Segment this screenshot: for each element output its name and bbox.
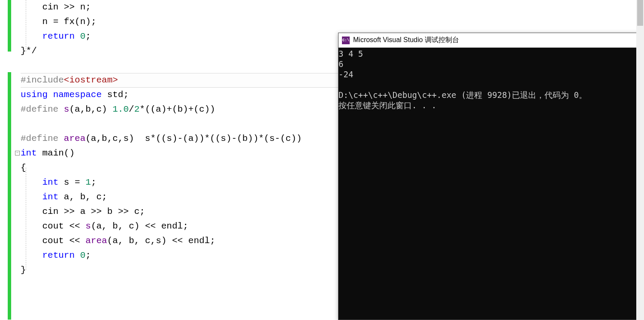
token-op: >>	[58, 2, 80, 12]
change-indicator	[8, 72, 11, 320]
code-line[interactable]: return 0;	[21, 248, 302, 263]
token-op	[58, 104, 64, 114]
code-line[interactable]: cin >> a >> b >> c;	[21, 204, 302, 219]
token-op: ,	[69, 192, 80, 202]
token-id: b	[107, 207, 113, 216]
change-indicator	[8, 0, 11, 52]
token-op: ,	[102, 221, 112, 231]
console-output[interactable]: 3 4 5 6 -24 D:\c++\c++\Debug\c++.exe (进程…	[339, 48, 644, 320]
token-op: ;	[102, 192, 107, 202]
token-op: ;	[210, 236, 215, 246]
token-op	[48, 90, 53, 100]
token-id: b	[129, 236, 134, 246]
token-op: =	[69, 177, 85, 187]
vertical-scrollbar[interactable]	[636, 0, 644, 320]
code-line[interactable]: n = fx(n);	[21, 15, 302, 29]
token-id: c	[134, 207, 140, 216]
token-op: <<	[64, 236, 85, 246]
token-type: int	[42, 177, 58, 187]
token-op: }	[21, 265, 26, 275]
code-line[interactable]: using namespace std;	[21, 88, 302, 102]
code-line[interactable]: #define s(a,b,c) 1.0/2*((a)+(b)+(c))	[21, 102, 302, 117]
code-line[interactable]: cout << s(a, b, c) << endl;	[21, 219, 302, 234]
code-line[interactable]: int a, b, c;	[21, 190, 302, 204]
code-line[interactable]	[21, 117, 302, 131]
token-op: ;	[123, 90, 129, 100]
token-op: >>	[58, 207, 80, 216]
code-line[interactable]: }*/	[21, 44, 302, 58]
code-line[interactable]: {	[21, 161, 302, 175]
scrollbar-thumb[interactable]	[637, 0, 643, 26]
token-op: (	[91, 221, 97, 231]
token-op	[58, 134, 64, 143]
token-id: c	[145, 236, 151, 246]
token-num: 0	[80, 250, 86, 260]
debug-console-window[interactable]: C:\ Microsoft Visual Studio 调试控制台 3 4 5 …	[338, 33, 644, 320]
token-id: cout	[42, 221, 63, 231]
code-line[interactable]: #define area(a,b,c,s) s*((s)-(a))*((s)-(…	[21, 131, 302, 146]
token-id: c	[97, 192, 102, 202]
token-fn: main	[42, 148, 63, 158]
token-id: b	[80, 192, 86, 202]
token-macro: s	[64, 104, 70, 114]
console-titlebar[interactable]: C:\ Microsoft Visual Studio 调试控制台	[339, 33, 644, 48]
token-id: a	[64, 192, 70, 202]
token-id: cout	[42, 236, 63, 246]
token-macro: area	[64, 134, 85, 143]
token-id: endl	[161, 221, 183, 231]
code-line[interactable]	[21, 58, 302, 73]
token-kw: namespace	[53, 90, 102, 100]
token-type: int	[42, 192, 58, 202]
token-id: s	[156, 236, 161, 246]
token-id: a	[112, 236, 118, 246]
token-op	[58, 177, 64, 187]
fold-toggle-icon[interactable]: −	[15, 151, 20, 155]
code-line[interactable]: #include<iostream>	[21, 73, 302, 88]
token-kw: using	[21, 90, 48, 100]
code-content[interactable]: cin >> n; n = fx(n); return 0;}*/#includ…	[21, 0, 302, 277]
code-line[interactable]: }	[21, 263, 302, 277]
token-op: ;	[139, 207, 145, 216]
code-line[interactable]: cout << area(a, b, c,s) << endl;	[21, 234, 302, 248]
token-op: /	[129, 104, 134, 114]
token-op	[75, 31, 80, 41]
token-op	[37, 148, 42, 158]
token-op: (	[107, 236, 113, 246]
token-num: 2	[134, 104, 140, 114]
token-num: 0	[80, 31, 86, 41]
code-line[interactable]: cin >> n;	[21, 0, 302, 15]
code-line[interactable]: return 0;	[21, 29, 302, 44]
token-op: <<	[64, 221, 85, 231]
console-icon: C:\	[342, 37, 350, 44]
token-macro: s	[85, 221, 91, 231]
token-id: std	[107, 90, 124, 100]
token-op	[58, 192, 64, 202]
token-op: ) <<	[161, 236, 188, 246]
token-id: n	[80, 17, 86, 27]
token-op: ()	[64, 148, 75, 158]
token-op: >>	[85, 207, 107, 216]
token-op: ;	[85, 250, 91, 260]
token-op	[102, 90, 107, 100]
token-id: a	[80, 207, 86, 216]
token-op: ,	[118, 221, 129, 231]
token-kw: return	[42, 31, 75, 41]
token-id: a	[96, 221, 102, 231]
token-op: =	[48, 17, 64, 27]
token-id: cin	[42, 207, 58, 216]
token-fn: fx	[64, 17, 75, 27]
token-op: );	[85, 17, 96, 27]
token-macro: area	[85, 236, 107, 246]
code-line[interactable]: int main()	[21, 146, 302, 161]
token-num: 1.0	[112, 104, 129, 114]
token-id: n	[42, 17, 48, 27]
token-op: ,	[151, 236, 156, 246]
token-pp: #include	[21, 75, 64, 85]
token-pp: #define	[21, 104, 58, 114]
token-op: ;	[91, 177, 97, 187]
token-id: endl	[188, 236, 210, 246]
token-id: s	[64, 177, 70, 187]
token-op: (a,b,c,s) s*((s)-(a))*((s)-(b))*(s-(c))	[85, 134, 302, 143]
token-op: {	[21, 163, 26, 173]
code-line[interactable]: int s = 1;	[21, 175, 302, 190]
